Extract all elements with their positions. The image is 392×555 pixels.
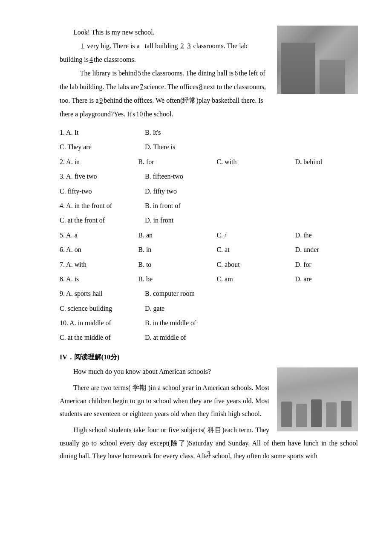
reading-text-1: How much do you know about American scho… xyxy=(73,368,211,375)
intro-text-1: Look! This is my new school. xyxy=(73,29,155,36)
q8-b: B. be xyxy=(138,273,216,286)
q10-b: B. in the middle of xyxy=(145,317,324,330)
q1-a: 1. A. It xyxy=(60,126,145,139)
q5-c: C. / xyxy=(216,229,295,242)
q8-c: C. am xyxy=(216,273,295,286)
q10-a: 10. A. in middle of xyxy=(60,317,145,330)
q8-d: D. are xyxy=(295,273,358,286)
q4-c: C. at the front of xyxy=(60,214,145,227)
q8-a: 8. A. is xyxy=(60,273,138,286)
q6-c: C. at xyxy=(216,243,295,256)
blank-1: 1 xyxy=(80,42,85,49)
q6-a: 6. A. on xyxy=(60,243,138,256)
q9-row1: 9. A. sports hall B. computer room xyxy=(60,287,358,300)
q3-row2: C. fifty-two D. fifty two xyxy=(60,185,358,198)
q6-b: B. in xyxy=(138,243,216,256)
page: Look! This is my new school. 1 very big.… xyxy=(60,26,358,466)
school-building-image xyxy=(277,26,358,94)
q3-c: C. fifty-two xyxy=(60,185,145,198)
question-3: 3. A. five two B. fifteen-two C. fifty-t… xyxy=(60,170,358,198)
q5-d: D. the xyxy=(295,229,358,242)
q5-b: B. an xyxy=(138,229,216,242)
q2-b: B. for xyxy=(138,156,216,168)
blank-6: 6 xyxy=(233,69,239,77)
q1-b: B. It's xyxy=(145,126,324,139)
page-number-text: 3 xyxy=(207,450,210,457)
blank-7: 7 xyxy=(139,83,144,90)
blank-9: 9 xyxy=(98,97,104,104)
question-9: 9. A. sports hall B. computer room C. sc… xyxy=(60,287,358,315)
q4-d: D. in front xyxy=(145,214,324,227)
section-iv-header: IV．阅读理解(10分) xyxy=(60,353,358,362)
q1-c: C. They are xyxy=(60,141,145,153)
blank-8: 8 xyxy=(198,83,203,90)
q3-a: 3. A. five two xyxy=(60,170,145,183)
q6-d: D. under xyxy=(295,243,358,256)
q1-row2: C. They are D. There is xyxy=(60,141,358,153)
question-5: 5. A. a B. an C. / D. the xyxy=(60,229,358,242)
q10-c: C. at the middle of xyxy=(60,331,145,344)
q5-a: 5. A. a xyxy=(60,229,138,242)
question-4: 4. A. in the front of B. in front of C. … xyxy=(60,199,358,227)
classroom-image xyxy=(277,367,358,431)
q10-row1: 10. A. in middle of B. in the middle of xyxy=(60,317,358,330)
q9-a: 9. A. sports hall xyxy=(60,287,145,300)
blank-4: 4 xyxy=(89,56,94,63)
q7-b: B. to xyxy=(138,258,216,271)
question-10: 10. A. in middle of B. in the middle of … xyxy=(60,317,358,344)
question-1: 1. A. It B. It's C. They are D. There is xyxy=(60,126,358,154)
question-7: 7. A. with B. to C. about D. for xyxy=(60,258,358,271)
q2-d: D. behind xyxy=(295,156,358,168)
q2-a: 2. A. in xyxy=(60,156,138,168)
q3-b: B. fifteen-two xyxy=(145,170,324,183)
q7-d: D. for xyxy=(295,258,358,271)
q1-d: D. There is xyxy=(145,141,324,153)
reading-text-2: There are two terms( 学期 )in a school yea… xyxy=(60,384,269,417)
q10-row2: C. at the middle of D. at middle of xyxy=(60,331,358,344)
page-number: 3 xyxy=(60,450,358,458)
blank-3: 3 xyxy=(186,42,191,49)
q4-row1: 4. A. in the front of B. in front of xyxy=(60,199,358,212)
q7-a: 7. A. with xyxy=(60,258,138,271)
q7-c: C. about xyxy=(216,258,295,271)
q4-b: B. in front of xyxy=(145,199,324,212)
q1-row1: 1. A. It B. It's xyxy=(60,126,358,139)
options-section: 1. A. It B. It's C. They are D. There is… xyxy=(60,126,358,344)
q9-row2: C. science building D. gate xyxy=(60,302,358,315)
question-2: 2. A. in B. for C. with D. behind xyxy=(60,156,358,168)
q9-c: C. science building xyxy=(60,302,145,315)
q9-b: B. computer room xyxy=(145,287,324,300)
q2-c: C. with xyxy=(216,156,295,168)
q3-d: D. fifty two xyxy=(145,185,324,198)
question-6: 6. A. on B. in C. at D. under xyxy=(60,243,358,256)
q9-d: D. gate xyxy=(145,302,324,315)
q10-d: D. at middle of xyxy=(145,331,324,344)
q4-a: 4. A. in the front of xyxy=(60,199,145,212)
q3-row1: 3. A. five two B. fifteen-two xyxy=(60,170,358,183)
section-iv-title: IV．阅读理解(10分) xyxy=(60,353,119,361)
blank-2: 2 xyxy=(179,42,184,49)
blank-10: 10 xyxy=(135,110,144,118)
q4-row2: C. at the front of D. in front xyxy=(60,214,358,227)
blank-5: 5 xyxy=(137,69,142,77)
question-8: 8. A. is B. be C. am D. are xyxy=(60,273,358,286)
